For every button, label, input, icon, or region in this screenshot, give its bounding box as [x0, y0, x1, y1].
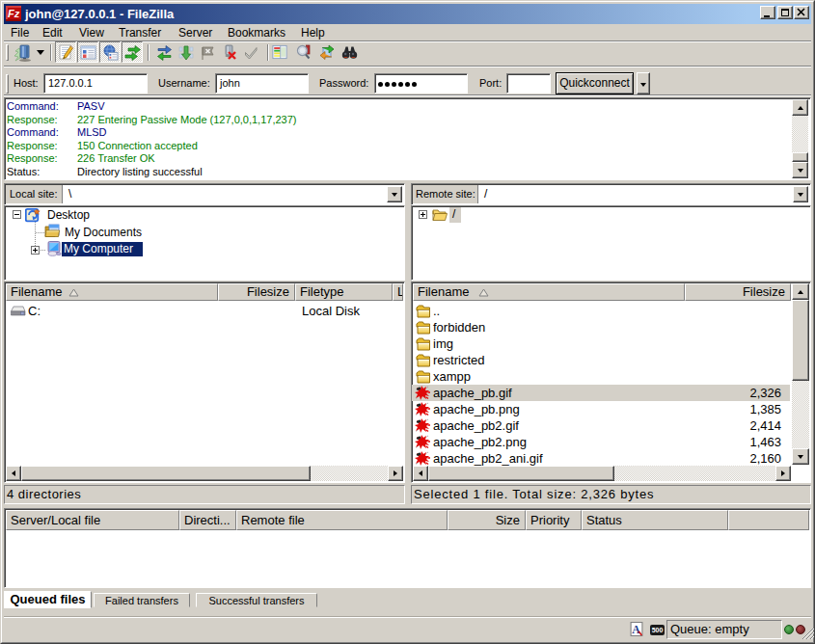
- svg-text:A: A: [632, 624, 640, 636]
- svg-text:Fz: Fz: [8, 8, 20, 19]
